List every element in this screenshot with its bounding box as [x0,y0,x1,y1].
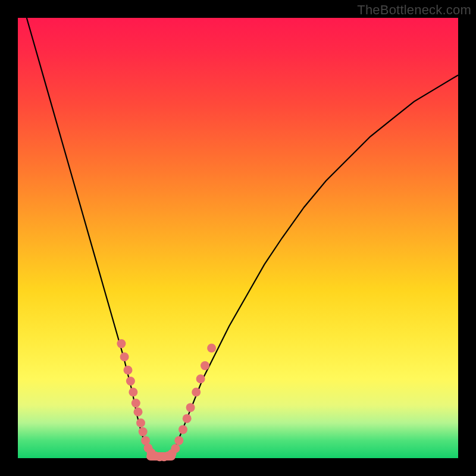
scatter-dot [183,414,192,423]
scatter-dot [136,418,145,427]
scatter-dot [124,366,133,375]
attribution-text: TheBottleneck.com [357,2,471,18]
scatter-dot [171,444,180,453]
scatter-dot [139,427,148,436]
scatter-dot [201,361,209,370]
curve-right [172,75,458,458]
scatter-points [117,339,216,461]
valley-floor-points [146,452,176,461]
scatter-dot [129,388,137,397]
scatter-dot [186,403,195,412]
scatter-dot [131,399,140,408]
scatter-dot [120,352,129,361]
scatter-dot [192,388,201,397]
scatter-dot [196,374,205,383]
scatter-dot [178,425,187,434]
valley-floor-blob [146,452,176,461]
scatter-dot [174,436,183,445]
outer-frame: TheBottleneck.com [0,0,476,476]
scatter-dot [117,339,126,348]
plot-area [18,18,458,458]
scatter-dot [207,344,216,353]
scatter-dot [134,408,143,416]
chart-svg [18,18,458,458]
scatter-dot [126,377,135,386]
